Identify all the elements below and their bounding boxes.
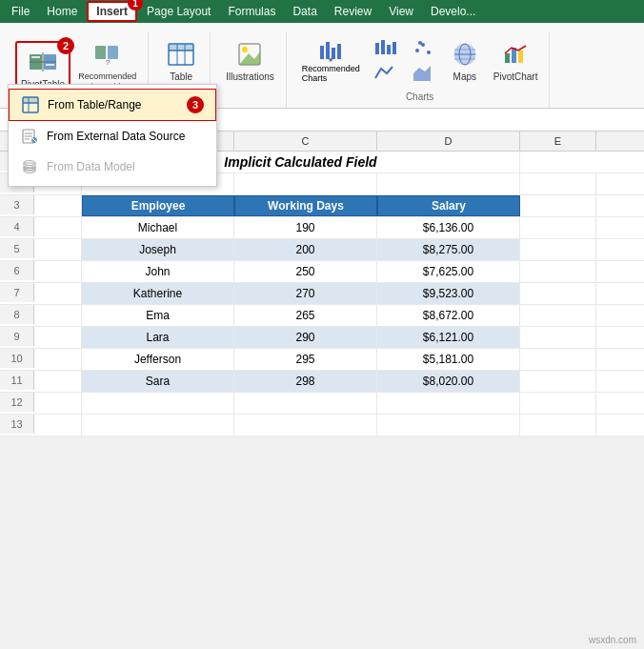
cell-E12[interactable] bbox=[520, 393, 596, 414]
cell-D13[interactable] bbox=[377, 415, 520, 436]
table-button[interactable]: B Table bbox=[160, 35, 202, 85]
cell-E4[interactable] bbox=[520, 217, 596, 238]
cell-D2[interactable] bbox=[377, 173, 520, 194]
cell-E7[interactable] bbox=[520, 283, 596, 304]
cell-E3[interactable] bbox=[520, 195, 596, 216]
cell-B10[interactable]: Jefferson bbox=[82, 349, 234, 370]
cell-D3-header[interactable]: Salary bbox=[377, 195, 520, 216]
cell-E9[interactable] bbox=[520, 327, 596, 348]
svg-point-26 bbox=[415, 49, 419, 52]
external-data-icon bbox=[20, 127, 39, 146]
cell-B11[interactable]: Sara bbox=[82, 371, 234, 392]
cell-E8[interactable] bbox=[520, 305, 596, 326]
cell-D6[interactable]: $7,625.00 bbox=[377, 261, 520, 282]
menu-file[interactable]: File bbox=[4, 3, 37, 20]
cell-D12[interactable] bbox=[377, 393, 520, 414]
cell-B6[interactable]: John bbox=[82, 261, 234, 282]
cell-A10[interactable] bbox=[34, 349, 82, 370]
menu-review[interactable]: Review bbox=[327, 3, 379, 20]
from-external-data-source-item[interactable]: From External Data Source bbox=[9, 121, 216, 152]
pivottable-icon bbox=[26, 45, 60, 79]
cell-A7[interactable] bbox=[34, 283, 82, 304]
cell-C3-header[interactable]: Working Days bbox=[234, 195, 377, 216]
cell-D11[interactable]: $8,020.00 bbox=[377, 371, 520, 392]
from-table-range-item[interactable]: From Table/Range 3 bbox=[9, 89, 216, 121]
cell-B12[interactable] bbox=[82, 393, 234, 414]
cell-A12[interactable] bbox=[34, 393, 82, 414]
scatter-chart-button[interactable] bbox=[406, 37, 440, 60]
line-chart-button[interactable] bbox=[368, 62, 402, 85]
ribbon-group-illustrations: Illustrations bbox=[214, 31, 287, 108]
bar-chart-button[interactable] bbox=[368, 37, 402, 60]
menu-insert[interactable]: Insert 1 bbox=[87, 1, 137, 22]
cell-A4[interactable] bbox=[34, 217, 82, 238]
cell-B5[interactable]: Joseph bbox=[82, 239, 234, 260]
maps-icon bbox=[448, 37, 482, 71]
cell-C2[interactable] bbox=[234, 173, 377, 194]
cell-E13[interactable] bbox=[520, 415, 596, 436]
cell-C11[interactable]: 298 bbox=[234, 371, 377, 392]
cell-B9[interactable]: Lara bbox=[82, 327, 234, 348]
cell-B13[interactable] bbox=[82, 415, 234, 436]
svg-text:?: ? bbox=[105, 58, 110, 67]
illustrations-button[interactable]: Illustrations bbox=[222, 35, 278, 85]
recommended-charts-label: RecommendedCharts bbox=[302, 64, 360, 83]
cell-C12[interactable] bbox=[234, 393, 377, 414]
cell-C7[interactable]: 270 bbox=[234, 283, 377, 304]
row-8: 8 Ema 265 $8,672.00 bbox=[0, 305, 644, 327]
recommended-charts-button[interactable]: ★ RecommendedCharts bbox=[298, 35, 364, 85]
from-table-range-label: From Table/Range bbox=[48, 98, 142, 112]
maps-label: Maps bbox=[453, 71, 476, 83]
cell-A3[interactable] bbox=[34, 195, 82, 216]
cell-E11[interactable] bbox=[520, 371, 596, 392]
cell-E2[interactable] bbox=[520, 173, 596, 194]
cell-A9[interactable] bbox=[34, 327, 82, 348]
menu-view[interactable]: View bbox=[381, 3, 421, 20]
row-12: 12 bbox=[0, 393, 644, 415]
svg-rect-4 bbox=[31, 56, 40, 58]
svg-point-29 bbox=[418, 41, 422, 45]
cell-B3-header[interactable]: Employee bbox=[82, 195, 234, 216]
cell-C13[interactable] bbox=[234, 415, 377, 436]
cell-C5[interactable]: 200 bbox=[234, 239, 377, 260]
cell-C10[interactable]: 295 bbox=[234, 349, 377, 370]
menu-home[interactable]: Home bbox=[39, 3, 85, 20]
cell-D10[interactable]: $5,181.00 bbox=[377, 349, 520, 370]
cell-C4[interactable]: 190 bbox=[234, 217, 377, 238]
area-chart-button[interactable] bbox=[406, 62, 440, 85]
row-num-10: 10 bbox=[0, 349, 34, 368]
menu-develo[interactable]: Develo... bbox=[423, 3, 483, 20]
cell-E10[interactable] bbox=[520, 349, 596, 370]
cell-C8[interactable]: 265 bbox=[234, 305, 377, 326]
svg-marker-16 bbox=[239, 51, 260, 65]
cell-A13[interactable] bbox=[34, 415, 82, 436]
cell-A11[interactable] bbox=[34, 371, 82, 392]
cell-C9[interactable]: 290 bbox=[234, 327, 377, 348]
cell-B4[interactable]: Michael bbox=[82, 217, 234, 238]
maps-button[interactable]: Maps bbox=[444, 35, 486, 85]
cell-A6[interactable] bbox=[34, 261, 82, 282]
row-num-4: 4 bbox=[0, 217, 34, 236]
cell-C6[interactable]: 250 bbox=[234, 261, 377, 282]
cell-B8[interactable]: Ema bbox=[82, 305, 234, 326]
menu-formulas[interactable]: Formulas bbox=[220, 3, 283, 20]
menu-data[interactable]: Data bbox=[285, 3, 324, 20]
cell-D9[interactable]: $6,121.00 bbox=[377, 327, 520, 348]
cell-A5[interactable] bbox=[34, 239, 82, 260]
col-header-D: D bbox=[377, 132, 520, 151]
svg-rect-42 bbox=[23, 97, 38, 103]
table-range-icon bbox=[21, 95, 40, 114]
cell-B7[interactable]: Katherine bbox=[82, 283, 234, 304]
cell-D4[interactable]: $6,136.00 bbox=[377, 217, 520, 238]
cell-A8[interactable] bbox=[34, 305, 82, 326]
cell-E6[interactable] bbox=[520, 261, 596, 282]
cell-E5[interactable] bbox=[520, 239, 596, 260]
cell-D8[interactable]: $8,672.00 bbox=[377, 305, 520, 326]
row-13: 13 bbox=[0, 415, 644, 436]
menu-page-layout[interactable]: Page Layout bbox=[139, 3, 218, 20]
cell-D5[interactable]: $8,275.00 bbox=[377, 239, 520, 260]
cell-D7[interactable]: $9,523.00 bbox=[377, 283, 520, 304]
data-model-icon bbox=[20, 157, 39, 176]
pivotchart-button[interactable]: PivotChart bbox=[490, 35, 542, 85]
row-num-3: 3 bbox=[0, 195, 34, 214]
